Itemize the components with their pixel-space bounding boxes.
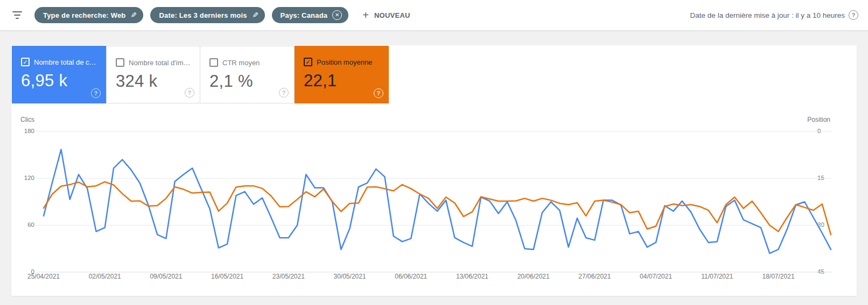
metric-checkbox[interactable]	[21, 58, 30, 66]
metric-help[interactable]: ?	[374, 88, 383, 98]
right-axis-tick-label: 45	[817, 268, 824, 275]
metric-checkbox[interactable]	[304, 58, 312, 66]
filter-chip-label: Type de recherche: Web	[43, 11, 125, 19]
x-axis-tick-label: 27/06/2021	[570, 273, 619, 280]
x-axis-tick-label: 06/06/2021	[387, 273, 435, 280]
card-total-clicks[interactable]: Nombre total de c… 6,95 k ?	[12, 46, 106, 103]
card-average-ctr[interactable]: CTR moyen 2,1 % ?	[200, 46, 295, 103]
metric-value: 22,1	[304, 71, 389, 91]
card-average-position[interactable]: Position moyenne 22,1 ?	[295, 46, 389, 103]
x-axis-tick-label: 20/06/2021	[509, 273, 558, 280]
x-axis-tick-label: 13/06/2021	[448, 273, 496, 280]
pencil-icon[interactable]: ✎	[252, 11, 258, 19]
right-axis-title: Position	[807, 116, 830, 123]
metric-help[interactable]: ?	[91, 88, 101, 98]
metric-cards: Nombre total de c… 6,95 k ? Nombre total…	[12, 46, 389, 103]
filter-chip-country[interactable]: Pays: Canada ✕	[272, 7, 349, 23]
remove-circle-icon[interactable]: ✕	[332, 10, 342, 20]
filter-chips: Type de recherche: Web ✎ Date: Les 3 der…	[34, 7, 348, 23]
metric-label: Nombre total de c…	[34, 58, 96, 66]
filter-chip-label: Pays: Canada	[281, 11, 328, 19]
left-axis-tick-label: 120	[13, 175, 34, 181]
left-axis-tick-label: 60	[13, 221, 34, 228]
right-axis-tick-label: 15	[817, 175, 824, 181]
new-filter-button[interactable]: + NOUVEAU	[362, 10, 410, 20]
plus-icon: +	[362, 10, 369, 20]
filter-chip-label: Date: Les 3 derniers mois	[159, 11, 247, 19]
help-icon: ?	[91, 88, 101, 98]
metric-label: Nombre total d'im…	[129, 59, 190, 67]
x-axis-tick-label: 16/05/2021	[203, 273, 251, 280]
metric-label: Position moyenne	[317, 58, 372, 66]
x-axis-tick-label: 11/07/2021	[693, 273, 741, 280]
pencil-icon[interactable]: ✎	[130, 11, 137, 19]
x-axis-tick-label: 09/05/2021	[142, 273, 190, 280]
help-icon: ?	[374, 88, 383, 98]
new-filter-label: NOUVEAU	[374, 11, 410, 19]
right-axis-tick-label: 0	[817, 128, 821, 134]
x-axis-tick-label: 25/04/2021	[19, 273, 68, 280]
filter-bar: Type de recherche: Web ✎ Date: Les 3 der…	[0, 0, 868, 31]
last-update-info: Date de la dernière mise à jour : il y a…	[690, 0, 858, 30]
help-icon: ?	[279, 88, 289, 98]
metric-value: 6,95 k	[21, 71, 106, 91]
help-icon: ?	[185, 88, 194, 98]
last-update-text: Date de la dernière mise à jour : il y a…	[690, 11, 845, 19]
x-axis-tick-label: 18/07/2021	[754, 273, 803, 280]
left-axis-title: Clics	[20, 116, 34, 123]
filter-chip-search-type[interactable]: Type de recherche: Web ✎	[34, 7, 143, 23]
metric-help[interactable]: ?	[279, 88, 289, 98]
left-axis-tick-label: 180	[13, 128, 34, 134]
help-icon[interactable]: ?	[849, 10, 858, 20]
filter-chip-date[interactable]: Date: Les 3 derniers mois ✎	[150, 7, 264, 23]
card-total-impressions[interactable]: Nombre total d'im… 324 k ?	[106, 46, 200, 103]
x-axis-tick-label: 02/05/2021	[81, 273, 129, 280]
filter-list-icon	[12, 11, 23, 19]
metric-checkbox[interactable]	[209, 58, 218, 67]
x-axis-tick-label: 30/05/2021	[326, 273, 374, 280]
metric-label: CTR moyen	[222, 59, 260, 67]
x-axis-tick-label: 04/07/2021	[632, 273, 680, 280]
search-console-performance-page: Type de recherche: Web ✎ Date: Les 3 der…	[0, 0, 868, 305]
metric-help[interactable]: ?	[185, 88, 194, 98]
x-axis-tick-label: 23/05/2021	[264, 273, 313, 280]
right-axis-tick-label: 30	[817, 221, 824, 228]
metric-checkbox[interactable]	[116, 58, 124, 67]
